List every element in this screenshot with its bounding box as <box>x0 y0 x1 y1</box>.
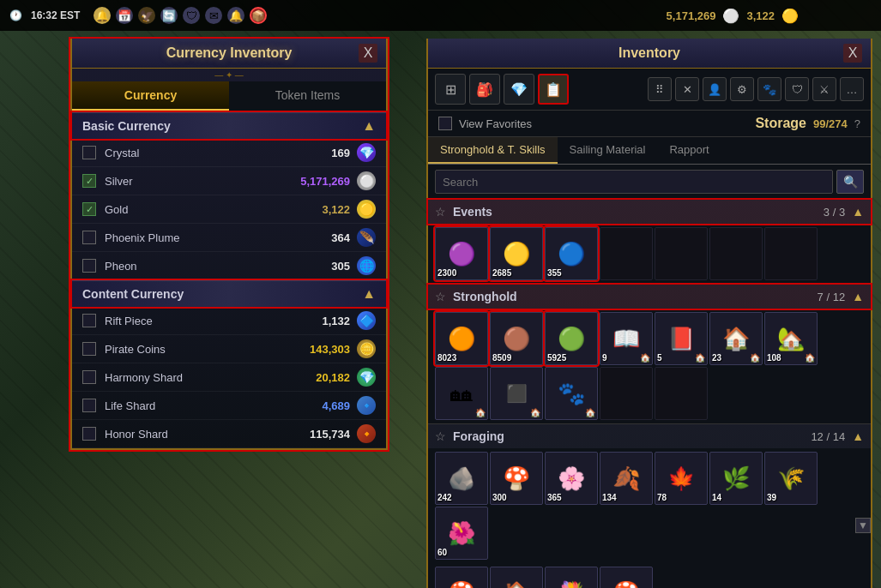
rift-checkbox[interactable] <box>82 314 96 327</box>
search-button[interactable]: 🔍 <box>836 170 864 194</box>
inv-item-sh-2[interactable]: 🟢 5925 <box>545 312 598 365</box>
currency-item-honor[interactable]: Honor Shard 115,734 🔸 <box>72 420 386 448</box>
currency-item-silver[interactable]: Silver 5,171,269 ⚪ <box>72 167 386 195</box>
inventory-icon-row: ⊞ 🎒 💎 📋 ⠿ ✕ 👤 ⚙ 🐾 🛡 ⚔ … <box>428 69 871 111</box>
sh-item-6-house: 🏠 <box>805 353 815 363</box>
inv-icon-dots[interactable]: ⠿ <box>648 77 672 101</box>
inv-icon-more[interactable]: … <box>840 77 864 101</box>
inv-item-sh-8[interactable]: ⬛ 🏠 <box>490 367 543 420</box>
inv-item-for-7[interactable]: 🌺 60 <box>435 507 488 560</box>
currency-item-life[interactable]: Life Shard 4,689 🔹 <box>72 392 386 420</box>
inv-icon-person[interactable]: 👤 <box>703 77 727 101</box>
phoenix-checkbox[interactable] <box>82 231 96 244</box>
inv-icon-grid[interactable]: ⊞ <box>435 74 466 105</box>
inv-item-for-5[interactable]: 🌿 14 <box>709 452 763 505</box>
currency-item-pheon[interactable]: Pheon 305 🌐 <box>72 252 386 280</box>
scrollbar-down-arrow[interactable]: ▼ <box>855 518 871 533</box>
crystal-name: Crystal <box>105 147 281 159</box>
icon-shield[interactable]: 🛡 <box>183 7 200 24</box>
search-row: 🔍 <box>428 165 871 200</box>
foraging-star[interactable]: ☆ <box>435 429 446 443</box>
inv-icon-x[interactable]: ✕ <box>675 77 699 101</box>
inv-item-events-1[interactable]: 🟡 2685 <box>490 227 543 280</box>
tab-stronghold[interactable]: Stronghold & T. Skills <box>428 137 558 164</box>
gold-amount: 3,122 <box>281 203 350 216</box>
icon-calendar[interactable]: 📅 <box>116 7 133 24</box>
inv-item-for-10[interactable]: 💐 9 🏠 <box>545 567 598 588</box>
inv-item-for-8[interactable]: 🍄 14 🏠 <box>435 567 488 588</box>
content-currency-section-header[interactable]: Content Currency ▲ <box>72 280 386 307</box>
sh-item-4-count: 5 <box>657 353 662 363</box>
inv-item-empty-1 <box>655 227 708 280</box>
currency-panel-close[interactable]: X <box>359 44 377 63</box>
currency-item-phoenix[interactable]: Phoenix Plume 364 🪶 <box>72 224 386 252</box>
currency-item-rift[interactable]: Rift Piece 1,132 🔷 <box>72 307 386 335</box>
currency-item-harmony[interactable]: Harmony Shard 20,182 💎 <box>72 363 386 392</box>
search-input[interactable] <box>435 170 833 194</box>
inv-icon-shield[interactable]: 🛡 <box>785 77 809 101</box>
harmony-checkbox[interactable] <box>82 370 96 384</box>
pirate-checkbox[interactable] <box>82 342 96 356</box>
pheon-checkbox[interactable] <box>82 259 96 273</box>
inv-item-sh-6[interactable]: 🏡 108 🏠 <box>764 312 818 365</box>
currency-item-gold[interactable]: Gold 3,122 🟡 <box>72 195 386 224</box>
inv-item-sh-9[interactable]: 🐾 🏠 <box>545 367 598 420</box>
inv-icon-paw[interactable]: 🐾 <box>757 77 781 101</box>
icon-rotate[interactable]: 🔄 <box>160 7 178 24</box>
honor-checkbox[interactable] <box>82 427 96 441</box>
inv-icon-gem[interactable]: 💎 <box>504 74 534 105</box>
tab-token-items[interactable]: Token Items <box>229 81 386 111</box>
gold-checkbox[interactable] <box>82 202 96 216</box>
icon-mail[interactable]: ✉ <box>205 7 222 24</box>
stronghold-section-arrow[interactable]: ▲ <box>852 290 864 303</box>
currency-item-pirate[interactable]: Pirate Coins 143,303 🪙 <box>72 335 386 363</box>
currency-item-crystal[interactable]: Crystal 169 💎 <box>72 139 386 167</box>
basic-currency-section-header[interactable]: Basic Currency ▲ <box>72 112 386 139</box>
life-checkbox[interactable] <box>82 399 96 412</box>
inv-item-sh-1[interactable]: 🟤 8509 <box>490 312 543 365</box>
events-section-arrow[interactable]: ▲ <box>852 205 864 219</box>
inv-item-sh-3[interactable]: 📖 9 🏠 <box>600 312 653 365</box>
stronghold-section: ☆ Stronghold 7 / 12 ▲ 🟠 8023 🟤 8509 🟢 59… <box>428 285 871 424</box>
silver-checkbox[interactable] <box>82 174 96 188</box>
inv-item-sh-5[interactable]: 🏠 23 🏠 <box>709 312 763 365</box>
stronghold-star[interactable]: ☆ <box>435 290 446 303</box>
inv-item-sh-4[interactable]: 📕 5 🏠 <box>655 312 708 365</box>
tab-rapport[interactable]: Rapport <box>657 137 721 164</box>
icon-chest[interactable]: 📦 <box>250 7 267 24</box>
foraging-section-arrow[interactable]: ▲ <box>852 429 864 443</box>
inv-item-for-11[interactable]: 🍄 8 🏠 <box>600 567 653 588</box>
inventory-storage-row: View Favorites Storage 99/274 ? <box>428 111 871 137</box>
inv-item-sh-7[interactable]: 🏘 🏠 <box>435 367 488 420</box>
sh-item-4-house: 🏠 <box>695 353 705 363</box>
inv-item-sh-0[interactable]: 🟠 8023 <box>435 312 488 365</box>
storage-help[interactable]: ? <box>854 117 860 130</box>
silver-icon: ⚪ <box>357 171 376 190</box>
inv-item-events-0[interactable]: 🟣 2300 <box>435 227 488 280</box>
inv-item-for-1[interactable]: 🍄 300 <box>490 452 543 505</box>
inv-item-for-3[interactable]: 🍂 134 <box>600 452 653 505</box>
inv-item-for-9[interactable]: 🏠 31 🏠 <box>490 567 543 588</box>
inventory-close[interactable]: X <box>843 44 862 63</box>
icon-bell[interactable]: 🔔 <box>94 7 111 24</box>
view-favorites-checkbox[interactable] <box>438 117 452 130</box>
inv-icon-bag[interactable]: 🎒 <box>469 74 500 105</box>
inv-item-events-2[interactable]: 🔵 355 <box>545 227 598 280</box>
for-item-2-icon: 🌸 <box>558 467 585 489</box>
inv-item-for-6[interactable]: 🌾 39 <box>764 452 818 505</box>
icon-alert[interactable]: 🔔 <box>227 7 244 24</box>
inventory-panel: Inventory X ⊞ 🎒 💎 📋 ⠿ ✕ 👤 ⚙ 🐾 🛡 ⚔ … View… <box>426 39 872 588</box>
inv-item-for-4[interactable]: 🍁 78 <box>655 452 708 505</box>
events-star[interactable]: ☆ <box>435 205 446 219</box>
inv-icon-gear[interactable]: ⚙ <box>730 77 754 101</box>
crystal-checkbox[interactable] <box>82 146 96 159</box>
inv-icon-sword[interactable]: ⚔ <box>812 77 836 101</box>
inv-icon-book[interactable]: 📋 <box>538 74 569 105</box>
icon-wings[interactable]: 🦅 <box>138 7 155 24</box>
for-item-1-count: 300 <box>492 493 507 502</box>
inv-item-for-2[interactable]: 🌸 365 <box>545 452 598 505</box>
tab-currency[interactable]: Currency <box>72 81 229 111</box>
tab-sailing[interactable]: Sailing Material <box>558 137 658 164</box>
currency-inventory-panel: Currency Inventory X — ✦ — Currency Toke… <box>70 39 388 450</box>
inv-item-for-0[interactable]: 🪨 242 <box>435 452 488 505</box>
